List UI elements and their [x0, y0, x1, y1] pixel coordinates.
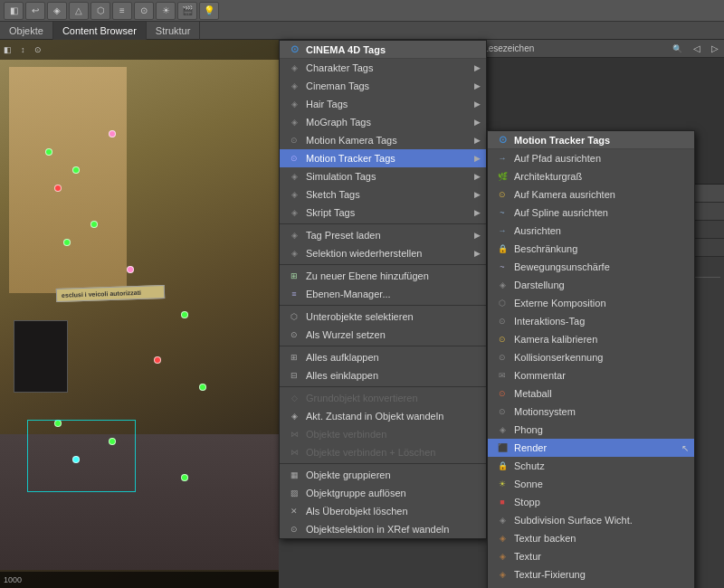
tool-icon-7[interactable]: ⊙	[134, 2, 154, 20]
l1-item-preset-laden[interactable]: ◈ Tag Preset laden ▶	[280, 226, 486, 244]
l2-item-render[interactable]: ⬛ Render ↖	[488, 439, 694, 457]
l1-item-neue-ebene[interactable]: ⊞ Zu neuer Ebene hinzufügen	[280, 267, 486, 285]
l1-icon-motion-tracker: ⊙	[287, 151, 301, 166]
l2-item-kamera-kali[interactable]: ⊙ Kamera kalibrieren	[488, 330, 694, 348]
tool-icon-1[interactable]: ◧	[4, 2, 24, 20]
l1-icon-ebenen-manager: ≡	[287, 287, 301, 301]
l1-item-hair[interactable]: ◈ Hair Tags ▶	[280, 95, 486, 113]
l1-item-selektion[interactable]: ◈ Selektion wiederherstellen ▶	[280, 244, 486, 262]
tracker-dot-14	[181, 474, 188, 481]
tab-objekte[interactable]: Objekte	[0, 22, 53, 40]
l2-icon-kamera-kali: ⊙	[495, 332, 510, 346]
l1-icon-ueberobjekt: ✕	[287, 504, 301, 518]
l1-icon-charakter: ◈	[287, 61, 301, 75]
l2-item-architektur[interactable]: 🌿 Architekturgraß	[488, 167, 694, 185]
l2-item-vibrieren[interactable]: ~ Vibrieren	[488, 583, 694, 588]
l2-icon-stopp: ■	[495, 495, 510, 509]
l2-icon-schutz: 🔒	[495, 459, 510, 473]
l2-item-sonne[interactable]: ☀ Sonne	[488, 475, 694, 493]
l1-item-cineman[interactable]: ◈ Cineman Tags ▶	[280, 77, 486, 95]
l1-item-simulation[interactable]: ◈ Simulation Tags ▶	[280, 167, 486, 185]
l1-item-einklappen[interactable]: ⊟ Alles einklappen	[280, 366, 486, 384]
tool-icon-5[interactable]: ⬡	[90, 2, 110, 20]
l2-item-bewegung[interactable]: ~ Bewegungsunschärfe	[488, 258, 694, 276]
l2-item-kamera-ausrichten[interactable]: ⊙ Auf Kamera ausrichten	[488, 185, 694, 204]
tool-icon-9[interactable]: 🎬	[177, 2, 197, 20]
viewport: esclusi i veicoli autorizzati ◧ ↕ ⊙	[0, 40, 279, 588]
l1-icon-unterobjekte: ⬡	[287, 309, 301, 324]
main-layout: esclusi i veicoli autorizzati ◧ ↕ ⊙	[0, 40, 724, 588]
l2-item-motionsystem[interactable]: ⊙ Motionsystem	[488, 403, 694, 421]
tab-content-browser[interactable]: Content Browser	[53, 22, 147, 40]
l2-item-kommentar[interactable]: ✉ Kommentar	[488, 366, 694, 384]
tool-icon-6[interactable]: ≡	[112, 2, 132, 20]
l2-item-beschraenkung[interactable]: 🔒 Beschränkung	[488, 240, 694, 258]
l1-item-aufklappen[interactable]: ⊞ Alles aufklappen	[280, 348, 486, 366]
l1-icon-mograph: ◈	[287, 115, 301, 129]
l1-item-mograph[interactable]: ◈ MoGraph Tags ▶	[280, 113, 486, 131]
l1-item-wurzel[interactable]: ⊙ Als Wurzel setzen	[280, 326, 486, 344]
l1-icon-aufklappen: ⊞	[287, 350, 301, 365]
l2-item-metaball[interactable]: ⊙ Metaball	[488, 384, 694, 403]
menu-lesezeichen[interactable]: Lesezeichen	[481, 43, 536, 53]
l1-item-zustand[interactable]: ◈ Akt. Zustand in Objekt wandeln	[280, 407, 486, 425]
l1-icon-simulation: ◈	[287, 169, 301, 184]
l1-item-charakter[interactable]: ◈ Charakter Tags ▶	[280, 59, 486, 77]
tab-struktur[interactable]: Struktur	[147, 22, 201, 40]
l2-item-textur-fixierung[interactable]: ◈ Textur-Fixierung	[488, 565, 694, 583]
l2-item-darstellung[interactable]: ◈ Darstellung	[488, 276, 694, 294]
tool-icon-3[interactable]: ◈	[47, 2, 67, 20]
l2-item-subdivision[interactable]: ◈ Subdivision Surface Wicht.	[488, 511, 694, 529]
l2-item-phong[interactable]: ◈ Phong	[488, 421, 694, 439]
l1-item-ueberobjekt[interactable]: ✕ Als Überobjekt löschen	[280, 502, 486, 520]
l1-item-ebenen-manager[interactable]: ≡ Ebenen-Manager...	[280, 285, 486, 303]
menu-l1-header: ⊙ CINEMA 4D Tags	[280, 41, 486, 59]
l1-item-xref[interactable]: ⊙ Objektselektion in XRef wandeln	[280, 520, 486, 538]
l1-icon-selektion: ◈	[287, 246, 301, 261]
tool-icon-4[interactable]: △	[69, 2, 89, 20]
l2-icon-textur-backen: ◈	[495, 531, 510, 545]
l2-header-icon: ⊙	[495, 133, 510, 147]
l2-icon-bewegung: ~	[495, 260, 510, 274]
l2-item-stopp[interactable]: ■ Stopp	[488, 493, 694, 511]
l2-icon-kamera-ausrichten: ⊙	[495, 187, 510, 202]
context-menu-overlay: ⊙ CINEMA 4D Tags ◈ Charakter Tags ▶ ◈ Ci…	[279, 40, 487, 539]
tool-icon-2[interactable]: ↩	[25, 2, 45, 20]
l1-icon-einklappen: ⊟	[287, 368, 301, 383]
l2-item-extern[interactable]: ⬡ Externe Komposition	[488, 294, 694, 312]
l1-item-aufloesen[interactable]: ▨ Objektgruppe auflösen	[280, 484, 486, 502]
context-menu-l2: ⊙ Motion Tracker Tags → Auf Pfad ausrich…	[487, 130, 695, 588]
l1-divider-4	[280, 346, 486, 346]
tool-icon-10[interactable]: 💡	[199, 2, 219, 20]
l2-item-kollision[interactable]: ⊙ Kollisionserkennung	[488, 348, 694, 366]
l2-icon-metaball: ⊙	[495, 386, 510, 401]
cursor-indicator: ↖	[681, 443, 689, 453]
l1-icon-aufloesen: ▨	[287, 486, 301, 500]
main-tab-bar: Objekte Content Browser Struktur	[0, 22, 724, 40]
l1-item-unterobjekte[interactable]: ⬡ Unterobjekte selektieren	[280, 308, 486, 326]
l2-icon-ausrichten: →	[495, 223, 510, 238]
l2-icon-extern: ⬡	[495, 296, 510, 310]
l2-item-textur-backen[interactable]: ◈ Textur backen	[488, 529, 694, 547]
l1-divider-2	[280, 264, 486, 265]
l2-icon-phong: ◈	[495, 422, 510, 437]
l1-item-motion-tracker[interactable]: ⊙ Motion Tracker Tags ▶	[280, 149, 486, 167]
l1-item-skript[interactable]: ◈ Skript Tags ▶	[280, 204, 486, 222]
l2-item-interaktion[interactable]: ⊙ Interaktions-Tag	[488, 312, 694, 330]
l2-item-pfad[interactable]: → Auf Pfad ausrichten	[488, 149, 694, 167]
l1-item-grundobjekt: ◇ Grundobjekt konvertieren	[280, 389, 486, 407]
l1-divider-5	[280, 386, 486, 387]
l1-icon-grundobjekt: ◇	[287, 391, 301, 405]
l1-item-sketch[interactable]: ◈ Sketch Tags ▶	[280, 185, 486, 204]
main-toolbar: ◧ ↩ ◈ △ ⬡ ≡ ⊙ ☀ 🎬 💡	[0, 0, 724, 22]
l2-item-schutz[interactable]: 🔒 Schutz	[488, 457, 694, 475]
l2-item-ausrichten[interactable]: → Ausrichten	[488, 222, 694, 240]
tool-icon-8[interactable]: ☀	[156, 2, 176, 20]
l2-icon-pfad: →	[495, 151, 510, 166]
l2-item-textur[interactable]: ◈ Textur	[488, 547, 694, 565]
l2-item-spline[interactable]: ~ Auf Spline ausrichten	[488, 204, 694, 222]
l1-item-motion-kamera[interactable]: ⊙ Motion Kamera Tags ▶	[280, 131, 486, 149]
l2-icon-subdivision: ◈	[495, 513, 510, 527]
l1-item-gruppieren[interactable]: ▦ Objekte gruppieren	[280, 466, 486, 484]
l1-icon-cineman: ◈	[287, 79, 301, 93]
